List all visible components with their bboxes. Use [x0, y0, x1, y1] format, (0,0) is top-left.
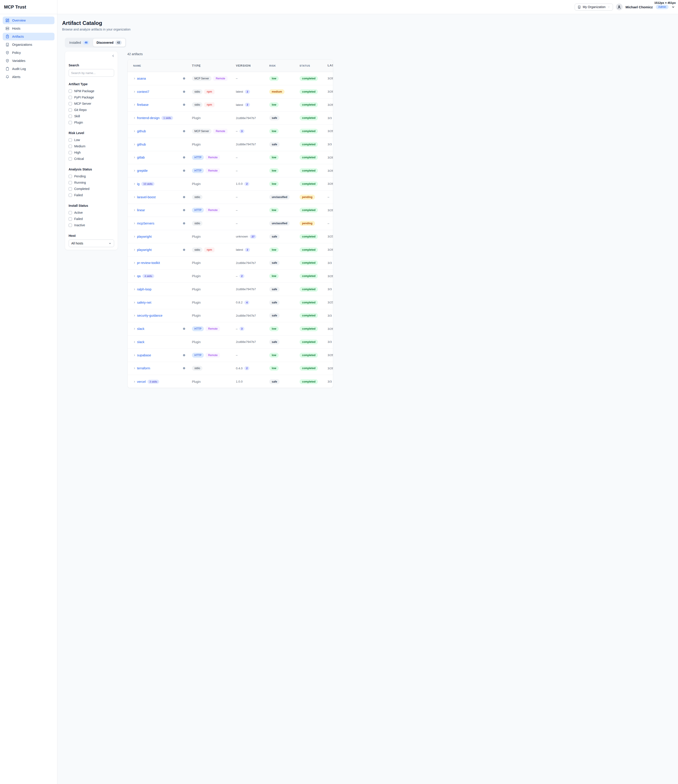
checkbox[interactable]	[68, 187, 72, 191]
table-row[interactable]: github Plugin 2cd88e7947b7 safe complete…	[128, 138, 333, 151]
table-row[interactable]: security-guidance Plugin 2cd88e7947b7 sa…	[128, 309, 333, 322]
table-row[interactable]: firebase stdionpm latest 2 low completed…	[128, 98, 333, 112]
expand-chevron-icon[interactable]	[133, 235, 136, 238]
expand-chevron-icon[interactable]	[133, 156, 136, 159]
filter-option-inactive[interactable]: Inactive	[68, 222, 114, 228]
artifact-name-link[interactable]: ralph-loop	[137, 288, 152, 291]
table-row[interactable]: terraform stdio 0.4.0 2 low completed 3/…	[128, 362, 333, 375]
sidebar-item-organizations[interactable]: Organizations	[3, 41, 54, 48]
table-row[interactable]: github MCP ServerRemote – 3 low complete…	[128, 125, 333, 138]
sidebar-item-variables[interactable]: Variables	[3, 57, 54, 65]
artifact-name-link[interactable]: terraform	[137, 366, 150, 370]
artifact-name-link[interactable]: mcpServers	[137, 222, 154, 225]
search-input[interactable]	[68, 69, 114, 77]
expand-chevron-icon[interactable]	[133, 327, 136, 330]
artifact-name-link[interactable]: github	[137, 129, 146, 133]
tab-installed[interactable]: Installed 46	[66, 39, 93, 47]
expand-chevron-icon[interactable]	[133, 249, 136, 251]
expand-chevron-icon[interactable]	[133, 209, 136, 212]
artifact-name-link[interactable]: greptile	[137, 169, 148, 173]
checkbox[interactable]	[68, 89, 72, 93]
table-row[interactable]: playwright Plugin unknown 27 safe comple…	[128, 230, 333, 243]
checkbox[interactable]	[68, 151, 72, 154]
filter-option-failed[interactable]: Failed	[68, 216, 114, 222]
table-row[interactable]: safety-net Plugin 0.8.2 4 safe completed…	[128, 296, 333, 309]
table-row[interactable]: asana MCP ServerRemote – low completed 3…	[128, 72, 333, 85]
artifact-name-link[interactable]: playwright	[137, 235, 152, 238]
checkbox[interactable]	[68, 108, 72, 112]
table-row[interactable]: vercel 3 skills Plugin 1.0.0 safe comple…	[128, 375, 333, 388]
expand-chevron-icon[interactable]	[133, 301, 136, 304]
artifact-name-link[interactable]: playwright	[137, 248, 152, 252]
filter-option-mcp-server[interactable]: MCP Server	[68, 101, 114, 107]
expand-chevron-icon[interactable]	[133, 367, 136, 370]
table-row[interactable]: ralph-loop Plugin 2cd88e7947b7 safe comp…	[128, 283, 333, 296]
artifact-name-link[interactable]: ig	[137, 182, 140, 186]
table-row[interactable]: context7 stdionpm latest 2 medium comple…	[128, 85, 333, 98]
artifact-name-link[interactable]: pr-review-toolkit	[137, 261, 160, 264]
expand-chevron-icon[interactable]	[133, 222, 136, 225]
checkbox[interactable]	[68, 157, 72, 160]
artifact-name-link[interactable]: slack	[137, 340, 145, 344]
sidebar-item-overview[interactable]: Overview	[3, 17, 54, 24]
artifact-name-link[interactable]: gitlab	[137, 156, 145, 159]
checkbox[interactable]	[68, 181, 72, 184]
expand-chevron-icon[interactable]	[133, 143, 136, 146]
table-row[interactable]: ig 10 skills Plugin 1.0.0 2 low complete…	[128, 177, 333, 191]
checkbox[interactable]	[68, 211, 72, 215]
checkbox[interactable]	[68, 121, 72, 124]
expand-chevron-icon[interactable]	[133, 380, 136, 383]
expand-chevron-icon[interactable]	[133, 77, 136, 80]
expand-chevron-icon[interactable]	[133, 117, 136, 119]
artifact-name-link[interactable]: slack	[137, 327, 145, 331]
filter-option-npm-package[interactable]: NPM Package	[68, 88, 114, 94]
checkbox[interactable]	[68, 145, 72, 148]
table-row[interactable]: supabase HTTPRemote – low completed 3/26	[128, 349, 333, 362]
table-row[interactable]: slack Plugin 2cd88e7947b7 safe completed…	[128, 336, 333, 349]
filter-option-failed[interactable]: Failed	[68, 192, 114, 198]
expand-chevron-icon[interactable]	[133, 314, 136, 317]
checkbox[interactable]	[68, 224, 72, 227]
expand-chevron-icon[interactable]	[133, 169, 136, 172]
filter-option-critical[interactable]: Critical	[68, 156, 114, 162]
checkbox[interactable]	[68, 115, 72, 118]
sidebar-item-hosts[interactable]: Hosts	[3, 25, 54, 32]
artifact-name-link[interactable]: context7	[137, 90, 149, 93]
artifact-name-link[interactable]: linear	[137, 208, 145, 212]
filter-option-active[interactable]: Active	[68, 210, 114, 216]
artifact-name-link[interactable]: frontend-design	[137, 116, 160, 120]
expand-chevron-icon[interactable]	[133, 182, 136, 185]
filter-option-plugin[interactable]: Plugin	[68, 119, 114, 126]
filter-option-low[interactable]: Low	[68, 137, 114, 143]
checkbox[interactable]	[68, 217, 72, 221]
collapse-panel-icon[interactable]	[112, 54, 115, 58]
expand-chevron-icon[interactable]	[133, 103, 136, 106]
filter-option-completed[interactable]: Completed	[68, 186, 114, 192]
table-row[interactable]: greptile HTTPRemote – low completed 3/26	[128, 164, 333, 177]
filter-option-medium[interactable]: Medium	[68, 143, 114, 149]
checkbox[interactable]	[68, 193, 72, 197]
filter-option-running[interactable]: Running	[68, 179, 114, 186]
artifact-name-link[interactable]: qa	[137, 274, 141, 278]
expand-chevron-icon[interactable]	[133, 354, 136, 356]
checkbox[interactable]	[68, 175, 72, 178]
artifact-name-link[interactable]: safety-net	[137, 301, 151, 304]
artifact-name-link[interactable]: laravel-boost	[137, 195, 156, 199]
expand-chevron-icon[interactable]	[133, 90, 136, 93]
artifact-name-link[interactable]: security-guidance	[137, 314, 163, 317]
artifact-name-link[interactable]: vercel	[137, 380, 146, 383]
artifact-name-link[interactable]: firebase	[137, 103, 149, 107]
table-row[interactable]: linear HTTPRemote – low completed 3/26	[128, 204, 333, 217]
checkbox[interactable]	[68, 96, 72, 99]
expand-chevron-icon[interactable]	[133, 130, 136, 132]
expand-chevron-icon[interactable]	[133, 341, 136, 343]
sidebar-item-audit-log[interactable]: Audit Log	[3, 65, 54, 73]
sidebar-item-alerts[interactable]: Alerts	[3, 73, 54, 81]
table-row[interactable]: laravel-boost stdio – unclassified pendi…	[128, 191, 333, 204]
filter-option-git-repo[interactable]: Git Repo	[68, 107, 114, 113]
table-row[interactable]: frontend-design 1 skills Plugin 2cd88e79…	[128, 112, 333, 125]
filter-option-skill[interactable]: Skill	[68, 113, 114, 119]
artifact-name-link[interactable]: github	[137, 143, 146, 146]
sidebar-item-artifacts[interactable]: Artifacts	[3, 33, 54, 40]
filter-option-high[interactable]: High	[68, 149, 114, 156]
